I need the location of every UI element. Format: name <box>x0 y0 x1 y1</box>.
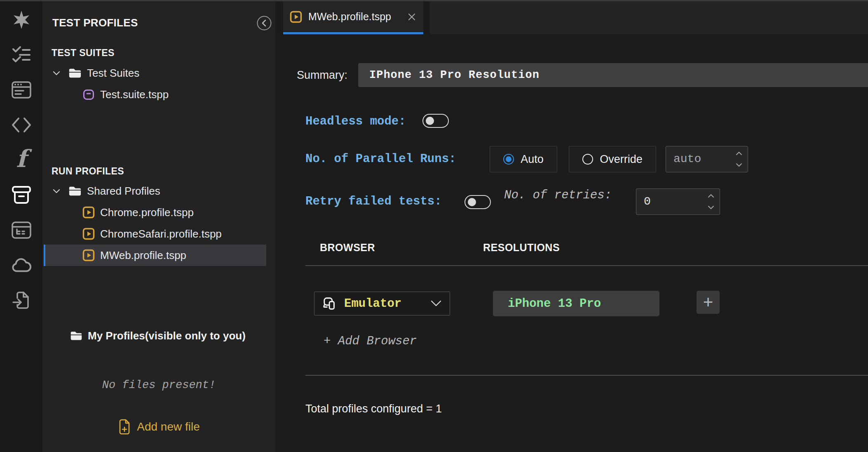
stepper-arrows[interactable] <box>708 189 714 214</box>
add-browser-button[interactable]: + Add Browser <box>324 334 417 353</box>
chevron-down-icon <box>431 300 441 307</box>
logo-burst-icon[interactable] <box>0 2 42 37</box>
radio-label: Override <box>600 153 643 166</box>
browser-window-icon[interactable] <box>0 72 42 107</box>
section-header-test-suites: TEST SUITES <box>52 47 115 59</box>
headless-toggle[interactable] <box>422 114 449 128</box>
tree-folder-label: My Profiles(visible only to you) <box>88 330 246 342</box>
retries-count-label: No. of retries: <box>504 188 612 202</box>
browser-column-header: BROWSER <box>320 242 375 254</box>
chevron-down-icon <box>52 186 61 196</box>
window-tree-icon[interactable] <box>0 212 42 247</box>
parallel-runs-label: No. of Parallel Runs: <box>305 146 456 172</box>
tab-bar-gap <box>423 1 430 34</box>
resolution-field[interactable]: iPhone 13 Pro <box>493 291 659 316</box>
radio-unselected-icon <box>582 154 593 165</box>
play-file-icon <box>82 228 95 240</box>
tab-bar: MWeb.profile.tspp <box>275 1 868 34</box>
sidebar-collapse-button[interactable] <box>256 15 272 31</box>
browser-config-row: Emulator iPhone 13 Pro + <box>275 291 868 316</box>
function-glyph: f <box>16 147 26 173</box>
function-icon[interactable]: f <box>0 142 42 177</box>
add-file-icon <box>118 419 131 435</box>
radio-label: Auto <box>521 153 544 166</box>
retries-count-value: 0 <box>644 189 651 214</box>
total-profiles-label: Total profiles configured = 1 <box>305 400 442 418</box>
parallel-runs-row: No. of Parallel Runs: Auto Override auto <box>275 146 868 172</box>
emulator-device-icon <box>323 297 338 311</box>
toggle-knob <box>468 198 476 206</box>
cloud-icon[interactable] <box>0 247 42 282</box>
window-top-border <box>0 0 868 1</box>
chevron-up-icon <box>708 194 714 198</box>
chevron-down-icon <box>708 205 714 210</box>
section-header-run-profiles: RUN PROFILES <box>52 166 124 177</box>
sidebar: TEST PROFILES TEST SUITES Test Suites Te… <box>42 1 275 452</box>
tree-file-label: ChromeSafari.profile.tspp <box>100 228 222 240</box>
play-file-icon <box>82 206 95 219</box>
folder-icon <box>70 330 82 341</box>
tree-folder-shared-profiles[interactable]: Shared Profiles <box>42 180 275 202</box>
file-import-icon[interactable] <box>0 282 42 318</box>
tree-file-label: Test.suite.tspp <box>100 88 169 101</box>
folder-icon <box>68 185 82 197</box>
headless-row: Headless mode: <box>275 113 868 131</box>
tab-label: MWeb.profile.tspp <box>308 11 401 23</box>
retry-toggle[interactable] <box>464 195 491 209</box>
play-file-icon <box>290 11 302 23</box>
toggle-knob <box>426 117 434 125</box>
retry-label: Retry failed tests: <box>305 188 442 215</box>
add-new-file-button[interactable]: Add new file <box>42 417 275 437</box>
browser-select-value: Emulator <box>344 297 401 311</box>
editor-area: MWeb.profile.tspp Summary: IPhone 13 Pro… <box>275 1 868 452</box>
divider <box>305 375 868 376</box>
activity-bar: f <box>0 1 42 452</box>
tree-file-test-suite[interactable]: Test.suite.tspp <box>42 84 275 105</box>
chevron-down-icon <box>736 163 742 167</box>
tree-folder-label: Shared Profiles <box>87 185 160 198</box>
tree-file-mweb-profile[interactable]: MWeb.profile.tspp <box>44 245 266 266</box>
parallel-count-input[interactable]: auto <box>666 146 748 172</box>
radio-option-override[interactable]: Override <box>569 146 656 172</box>
tree-file-label: MWeb.profile.tspp <box>100 249 186 262</box>
headless-label: Headless mode: <box>305 113 406 131</box>
profile-form: Summary: IPhone 13 Pro Resolution Headle… <box>275 34 868 452</box>
radio-option-auto[interactable]: Auto <box>490 146 557 172</box>
retries-count-input[interactable]: 0 <box>636 188 720 215</box>
chevron-down-icon <box>52 68 61 78</box>
summary-input[interactable]: IPhone 13 Pro Resolution <box>358 63 868 87</box>
parallel-count-value: auto <box>673 146 701 172</box>
browser-select[interactable]: Emulator <box>314 292 450 315</box>
chevron-left-icon <box>263 20 265 26</box>
stepper-arrows[interactable] <box>736 146 742 172</box>
chevron-up-icon <box>736 151 742 155</box>
code-brackets-icon[interactable] <box>0 107 42 142</box>
radio-selected-icon <box>503 154 514 165</box>
summary-row: Summary: IPhone 13 Pro Resolution <box>275 63 868 87</box>
empty-files-message: No files present! <box>42 379 275 391</box>
close-icon[interactable] <box>407 12 417 22</box>
suite-file-icon <box>82 88 95 101</box>
tree-file-label: Chrome.profile.tspp <box>100 206 194 219</box>
archive-icon[interactable] <box>0 177 42 212</box>
divider <box>305 265 868 266</box>
tab-mweb-profile[interactable]: MWeb.profile.tspp <box>283 1 423 34</box>
resolutions-column-header: RESOLUTIONS <box>483 242 560 254</box>
tree-folder-label: Test Suites <box>87 67 139 80</box>
tree-folder-my-profiles[interactable]: My Profiles(visible only to you) <box>42 325 275 346</box>
retry-row: Retry failed tests: No. of retries: 0 <box>275 188 868 215</box>
sidebar-title: TEST PROFILES <box>52 16 138 29</box>
tab-bar-lead <box>275 1 283 34</box>
tree-file-chromesafari-profile[interactable]: ChromeSafari.profile.tspp <box>42 223 275 245</box>
add-resolution-button[interactable]: + <box>697 291 720 314</box>
play-file-icon <box>82 249 95 261</box>
tree-file-chrome-profile[interactable]: Chrome.profile.tspp <box>42 202 275 223</box>
folder-icon <box>68 67 82 79</box>
tree-folder-test-suites[interactable]: Test Suites <box>42 62 275 84</box>
summary-label: Summary: <box>297 63 347 87</box>
add-file-label: Add new file <box>137 420 200 433</box>
checklist-icon[interactable] <box>0 37 42 72</box>
table-headers-row: BROWSER RESOLUTIONS <box>275 242 868 255</box>
